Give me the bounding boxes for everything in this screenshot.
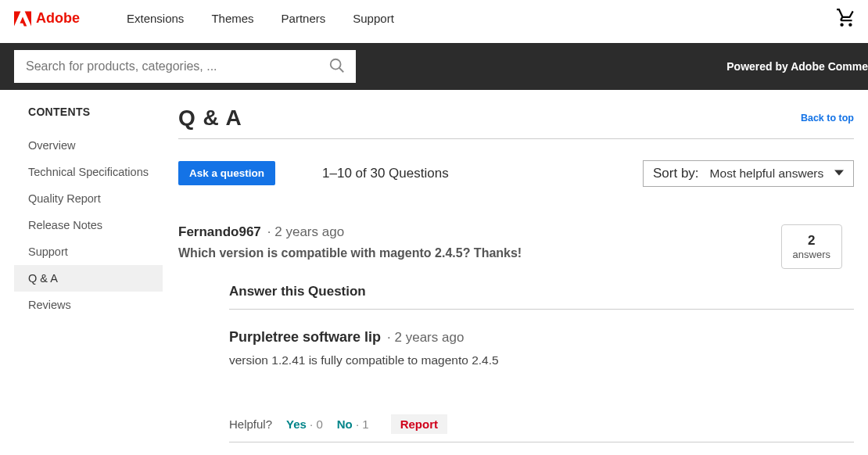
nav-partners[interactable]: Partners — [282, 12, 326, 25]
sidebar-item-tech-specs[interactable]: Technical Specifications — [14, 159, 163, 185]
sort-dropdown[interactable]: Sort by: Most helpful answers — [643, 160, 854, 187]
brand-name: Adobe — [36, 10, 80, 27]
cart-icon[interactable] — [836, 8, 856, 31]
question-text: Which version is compatible with magento… — [178, 246, 854, 260]
svg-line-1 — [339, 68, 344, 73]
ask-question-button[interactable]: Ask a question — [178, 161, 275, 185]
answer-author: Purpletree software lip — [229, 329, 381, 346]
answers-count-box[interactable]: 2 answers — [781, 224, 842, 269]
answer-section-title[interactable]: Answer this Question — [229, 284, 854, 310]
powered-by-text: Powered by Adobe Comme — [726, 60, 868, 73]
sort-label: Sort by: — [653, 166, 699, 181]
helpful-no-button[interactable]: No · 1 — [337, 417, 369, 431]
answers-label: answers — [793, 249, 830, 260]
sidebar-item-support[interactable]: Support — [14, 238, 163, 265]
sidebar-item-qa[interactable]: Q & A — [14, 265, 163, 292]
answer-time: · 2 years ago — [387, 330, 464, 346]
adobe-logo-icon — [14, 11, 31, 27]
sort-value: Most helpful answers — [710, 167, 828, 181]
question-author: Fernando967 — [178, 224, 261, 240]
answers-count: 2 — [793, 233, 830, 249]
page-title: Q & A — [178, 106, 242, 131]
back-to-top-link[interactable]: Back to top — [801, 113, 854, 124]
chevron-down-icon — [834, 167, 844, 181]
answer-text: version 1.2.41 is fully compatible to ma… — [229, 353, 854, 367]
question-count: 1–10 of 30 Questions — [322, 166, 449, 181]
sidebar-item-reviews[interactable]: Reviews — [14, 292, 163, 318]
search-input[interactable] — [14, 50, 356, 83]
question-time: · 2 years ago — [267, 224, 344, 240]
contents-sidebar: CONTENTS Overview Technical Specificatio… — [14, 106, 163, 442]
helpful-yes-button[interactable]: Yes · 0 — [286, 417, 323, 431]
sidebar-title: CONTENTS — [14, 106, 163, 118]
sidebar-item-overview[interactable]: Overview — [14, 132, 163, 159]
nav-extensions[interactable]: Extensions — [127, 12, 184, 25]
report-button[interactable]: Report — [391, 414, 447, 434]
search-icon[interactable] — [328, 57, 346, 77]
nav-themes[interactable]: Themes — [211, 12, 253, 25]
svg-point-0 — [331, 59, 341, 70]
adobe-logo[interactable]: Adobe — [14, 10, 80, 27]
nav-support[interactable]: Support — [353, 12, 394, 25]
sidebar-item-quality-report[interactable]: Quality Report — [14, 185, 163, 212]
sidebar-item-release-notes[interactable]: Release Notes — [14, 212, 163, 238]
helpful-label: Helpful? — [229, 417, 272, 431]
